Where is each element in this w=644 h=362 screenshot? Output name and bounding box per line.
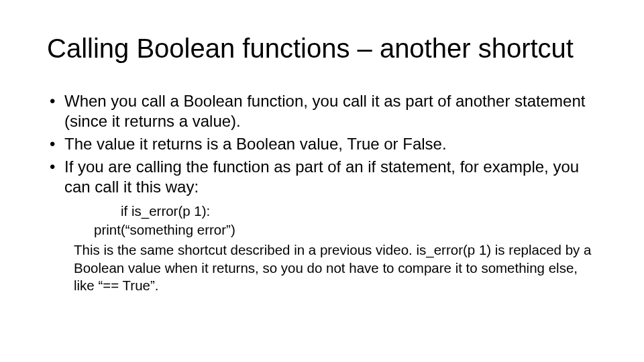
code-line-2: print(“something error”)	[94, 221, 597, 239]
bullet-item: When you call a Boolean function, you ca…	[50, 91, 597, 131]
slide: Calling Boolean functions – another shor…	[0, 0, 644, 362]
bullet-item: The value it returns is a Boolean value,…	[50, 134, 597, 154]
bullet-list: When you call a Boolean function, you ca…	[50, 91, 597, 197]
bullet-item: If you are calling the function as part …	[50, 157, 597, 197]
slide-title: Calling Boolean functions – another shor…	[47, 34, 597, 63]
code-line-1: if is_error(p 1):	[121, 202, 597, 220]
explanation-text: This is the same shortcut described in a…	[74, 241, 597, 294]
